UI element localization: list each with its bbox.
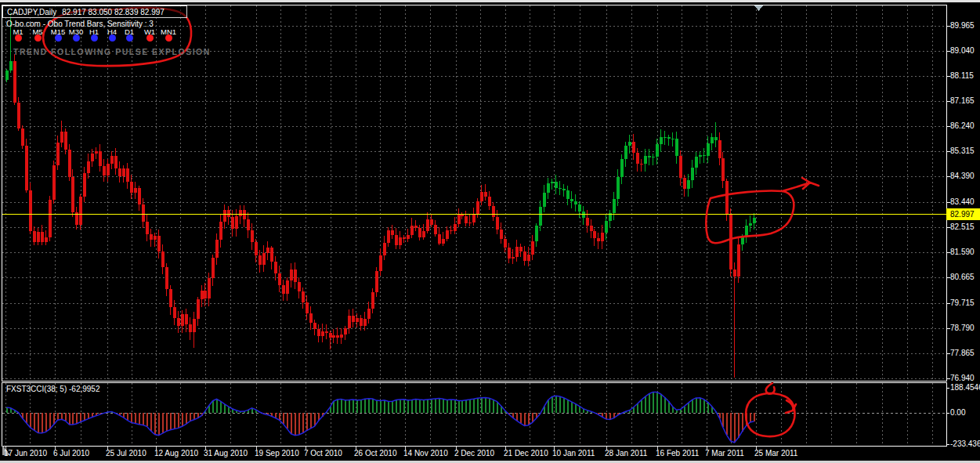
date-label: 21 Dec 2010 [504, 449, 548, 458]
timeframe-dot-d1 [126, 34, 133, 42]
price-axis-label: 80.665 [950, 273, 975, 282]
price-axis-label: 77.865 [950, 349, 975, 358]
date-label: 12 Aug 2010 [154, 449, 198, 458]
date-label: 2 Dec 2010 [454, 449, 494, 458]
date-label: 10 Jan 2011 [552, 449, 595, 458]
date-label: 7 Oct 2010 [304, 449, 342, 458]
ohlc-values: 82.917 83.050 82.839 82.997 [62, 8, 165, 16]
date-label: 14 Nov 2010 [403, 449, 448, 458]
price-axis-label: 88.115 [950, 71, 974, 81]
timeframe-dot-mn1 [165, 34, 172, 42]
date-label: 16 Feb 2011 [656, 449, 699, 458]
chart-ohlc-box: CADJPY,Daily82.917 83.050 82.839 82.997 [2, 5, 187, 18]
timeframe-dot-h4 [109, 34, 116, 42]
price-axis-label: 85.315 [950, 146, 975, 156]
symbol-period-label: CADJPY,Daily [7, 8, 56, 16]
current-price-tag: 82.997 [946, 208, 980, 220]
chart-canvas[interactable] [0, 0, 980, 463]
date-label: 19 Sep 2010 [255, 449, 299, 458]
price-axis-label: 87.165 [950, 96, 975, 106]
current-price-value: 82.997 [950, 210, 975, 219]
date-label: 25 Mar 2011 [754, 449, 797, 458]
date-label: 17 Jun 2010 [4, 449, 47, 458]
date-label: 28 Jan 2011 [605, 449, 647, 458]
watermark-text: TREND FOLLOWING PULSE EXPLOSION [13, 47, 211, 56]
date-label: 7 Mar 2011 [705, 449, 744, 458]
price-axis-label: 81.590 [950, 248, 975, 257]
price-axis-label: 79.715 [950, 298, 975, 308]
price-axis-label: 89.965 [950, 21, 975, 31]
price-axis-label: 78.790 [950, 324, 975, 333]
indicator-axis-label: -233.4365 [950, 439, 980, 449]
price-axis-label: 83.440 [950, 197, 975, 207]
date-label: 25 Jul 2010 [106, 449, 146, 458]
window-top-edge [0, 0, 980, 2]
price-axis-label: 89.040 [950, 46, 975, 56]
timeframe-dot-m5 [34, 34, 42, 42]
indicator-label: FXST3CCI(38; 5) -62,9952 [6, 385, 100, 393]
timeframe-dot-m30 [73, 34, 80, 42]
date-label: 31 Aug 2010 [204, 449, 248, 458]
mt4-chart-window: CADJPY,Daily82.917 83.050 82.839 82.997 … [0, 0, 980, 463]
indicator-axis-label: 188.4546 [950, 383, 980, 392]
timeframe-dot-m1 [15, 34, 22, 42]
price-axis-label: 84.390 [950, 172, 975, 181]
price-axis-label: 86.240 [950, 121, 975, 131]
date-label: 26 Oct 2010 [354, 449, 396, 458]
timeframe-dot-m15 [55, 34, 62, 42]
date-label: 6 Jul 2010 [53, 449, 89, 458]
price-axis-label: 76.940 [950, 374, 975, 383]
timeframe-dot-w1 [146, 34, 154, 42]
timeframe-dot-h1 [91, 34, 98, 42]
price-axis-label: 82.515 [950, 222, 975, 232]
indicator-axis-label: 0.00 [950, 408, 965, 418]
